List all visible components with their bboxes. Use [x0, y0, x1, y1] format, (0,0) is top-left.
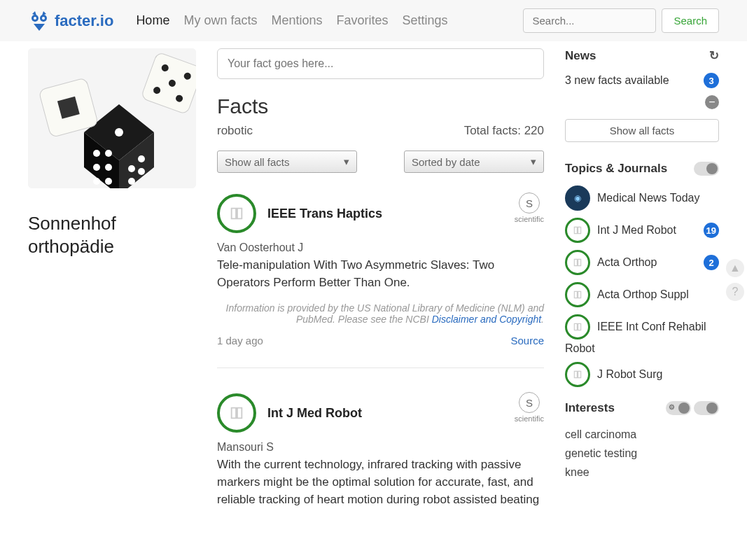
badge-label: scientific	[515, 414, 544, 423]
journal-name[interactable]: Int J Med Robot	[267, 406, 362, 421]
facts-heading: Facts	[217, 94, 544, 118]
profile-name: Sonnenhof orthopädie	[28, 212, 196, 258]
svg-point-10	[93, 164, 100, 171]
svg-point-17	[128, 178, 135, 185]
disclaimer-link[interactable]: Disclaimer and Copyright	[432, 314, 541, 325]
sort-dropdown-label: Sorted by date	[412, 156, 480, 168]
compose-fact-input[interactable]	[217, 48, 544, 79]
topic-label: Acta Orthop	[597, 256, 657, 269]
dropdown-row: Show all facts ▾ Sorted by date ▾	[217, 150, 544, 173]
topic-label: IEEE Int Conf Rehabil	[597, 321, 706, 333]
fact-item: Int J Med Robot S scientific Mansouri S …	[217, 393, 544, 508]
journal-icon	[565, 282, 590, 307]
header: facter.io Home My own facts Mentions Fav…	[0, 0, 747, 41]
badge-letter: S	[519, 192, 540, 214]
badge-label: scientific	[515, 215, 544, 223]
news-heading-row: News ↻	[565, 48, 719, 63]
journal-icon	[217, 194, 256, 233]
show-all-facts-button[interactable]: Show all facts	[565, 119, 719, 142]
help-button[interactable]: ?	[726, 283, 744, 301]
news-heading: News	[565, 49, 596, 63]
topics-toggle[interactable]	[694, 162, 719, 176]
left-column: Sonnenhof orthopädie	[28, 48, 196, 258]
interest-item[interactable]: genetic testing	[565, 444, 719, 463]
news-text: 3 new facts available	[565, 74, 669, 87]
brand-text: facter.io	[55, 12, 113, 30]
interest-item[interactable]: cell carcinoma	[565, 425, 719, 444]
topic-count-badge: 2	[704, 255, 719, 270]
nav-favorites[interactable]: Favorites	[336, 13, 388, 28]
topic-count-badge: 19	[704, 223, 719, 238]
journal-name[interactable]: IEEE Trans Haptics	[267, 206, 382, 221]
badge-letter: S	[519, 392, 540, 413]
chevron-down-icon: ▾	[531, 155, 536, 168]
svg-point-18	[138, 168, 145, 175]
topics-heading: Topics & Journals	[565, 162, 667, 176]
topic-item[interactable]: IEEE Int Conf Rehabil	[565, 314, 719, 340]
right-column: News ↻ 3 new facts available 3 − Show al…	[565, 48, 719, 482]
topic-label-continuation: Robot	[565, 342, 719, 355]
chevron-down-icon: ▾	[344, 155, 349, 168]
filter-row: robotic Total facts: 220	[217, 124, 544, 138]
svg-point-2	[34, 17, 36, 20]
topic-item[interactable]: ◉ Medical News Today	[565, 186, 719, 211]
nav-settings[interactable]: Settings	[403, 13, 448, 28]
svg-point-12	[105, 150, 112, 157]
filter-dropdown[interactable]: Show all facts ▾	[217, 150, 357, 173]
svg-point-15	[128, 165, 135, 172]
journal-icon	[217, 393, 256, 433]
interests-settings-toggle[interactable]	[666, 401, 691, 415]
svg-point-11	[93, 178, 100, 185]
svg-point-14	[105, 178, 112, 185]
filter-dropdown-label: Show all facts	[225, 156, 290, 168]
svg-point-3	[42, 17, 45, 20]
svg-point-13	[105, 164, 112, 171]
scroll-up-button[interactable]: ▲	[726, 259, 744, 277]
sort-dropdown[interactable]: Sorted by date ▾	[404, 150, 544, 173]
collapse-button[interactable]: −	[705, 95, 719, 109]
main-nav: Home My own facts Mentions Favorites Set…	[136, 13, 515, 28]
interests-toggle[interactable]	[694, 401, 719, 415]
fact-title: Tele-manipulation With Two Asymmetric Sl…	[217, 257, 544, 291]
interest-item[interactable]: knee	[565, 463, 719, 482]
fact-header: Int J Med Robot S scientific	[217, 393, 544, 433]
total-facts: Total facts: 220	[464, 124, 544, 138]
fact-title: With the current technology, infrared tr…	[217, 456, 544, 508]
search-button[interactable]: Search	[662, 8, 719, 33]
refresh-icon[interactable]: ↻	[709, 48, 719, 63]
fact-header: IEEE Trans Haptics S scientific	[217, 194, 544, 233]
owl-icon	[28, 10, 50, 32]
logo[interactable]: facter.io	[28, 10, 113, 32]
topic-label: J Robot Surg	[597, 368, 662, 381]
nav-home[interactable]: Home	[136, 13, 169, 28]
source-link[interactable]: Source	[510, 335, 544, 346]
topic-label: robotic	[217, 124, 253, 138]
svg-point-16	[138, 155, 145, 162]
topic-item[interactable]: Acta Orthop 2	[565, 250, 719, 275]
journal-icon	[565, 362, 590, 387]
nav-my-own-facts[interactable]: My own facts	[183, 13, 257, 28]
news-line[interactable]: 3 new facts available 3	[565, 73, 719, 88]
journal-icon	[565, 314, 590, 340]
search-form: Search	[523, 8, 719, 33]
search-input[interactable]	[523, 8, 656, 33]
nav-mentions[interactable]: Mentions	[271, 13, 322, 28]
scientific-badge: S scientific	[515, 192, 544, 223]
profile-image	[28, 48, 196, 188]
fact-author: Mansouri S	[217, 441, 544, 454]
topic-item[interactable]: Int J Med Robot 19	[565, 218, 719, 243]
scientific-badge: S scientific	[515, 392, 544, 423]
fact-author: Van Oosterhout J	[217, 241, 544, 254]
topic-item[interactable]: J Robot Surg	[565, 362, 719, 387]
journal-icon	[565, 250, 590, 275]
news-count-badge: 3	[704, 73, 719, 88]
topic-label: Medical News Today	[597, 192, 699, 204]
floating-actions: ▲ ?	[726, 259, 744, 301]
topic-label: Int J Med Robot	[597, 224, 676, 237]
page-layout: Sonnenhof orthopädie Facts robotic Total…	[0, 41, 747, 540]
interests-heading: Interests	[565, 401, 615, 415]
topic-item[interactable]: Acta Orthop Suppl	[565, 282, 719, 307]
fact-item: IEEE Trans Haptics S scientific Van Oost…	[217, 194, 544, 368]
disclaimer: Information is provided by the US Nation…	[217, 302, 544, 325]
svg-point-9	[93, 150, 100, 157]
